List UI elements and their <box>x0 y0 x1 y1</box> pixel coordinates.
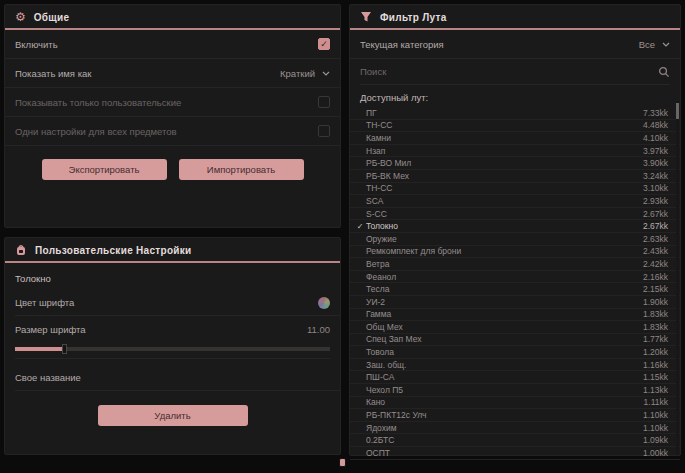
check-icon: ✓ <box>354 259 366 268</box>
show-name-select[interactable]: Краткий <box>280 68 330 79</box>
loot-list-item[interactable]: ✓ S-СС 2.67kk <box>350 208 680 221</box>
loot-item-name: Феанол <box>366 272 643 282</box>
loot-item-value: 3.10kk <box>643 183 668 193</box>
check-icon: ✓ <box>354 184 366 193</box>
backpack-icon <box>15 244 27 256</box>
loot-item-value: 1.00kk <box>643 448 668 458</box>
chevron-down-icon <box>322 71 330 76</box>
color-wheel-icon[interactable] <box>318 297 330 309</box>
loot-list-item[interactable]: ✓ РБ-ПКТ12с Улч 1.10kk <box>350 409 680 422</box>
loot-list-item[interactable]: ✓ ТН-СС 4.48kk <box>350 120 680 133</box>
loot-item-value: 2.43kk <box>643 246 668 256</box>
loot-list-item[interactable]: ✓ 0.2БТС 1.09kk <box>350 434 680 447</box>
loot-list-item[interactable]: ✓ РБ-ВО Мил 3.90kk <box>350 157 680 170</box>
list-scrollbar-thumb[interactable] <box>676 103 679 119</box>
loot-item-value: 1.09kk <box>643 435 668 445</box>
loot-item-name: Гамма <box>366 309 643 319</box>
check-icon: ✓ <box>354 360 366 369</box>
only-custom-label: Показывать только пользовательские <box>15 97 181 108</box>
loot-list-item[interactable]: ✓ Заш. общ. 1.16kk <box>350 359 680 372</box>
loot-list-item[interactable]: ✓ Оружие 2.63kk <box>350 233 680 246</box>
loot-item-value: 1.83kk <box>643 309 668 319</box>
check-icon: ✓ <box>354 159 366 168</box>
check-icon: ✓ <box>354 234 366 243</box>
loot-list-item[interactable]: ✓ SCA 2.93kk <box>350 195 680 208</box>
custom-settings-panel: Пользовательские Настройки Толокно Цвет … <box>4 237 341 455</box>
loot-list-item[interactable]: ✓ Толокно 2.67kk <box>350 220 680 233</box>
font-color-label: Цвет шрифта <box>15 297 74 308</box>
loot-item-name: Нзап <box>366 146 643 156</box>
check-icon: ✓ <box>354 335 366 344</box>
loot-item-name: УИ-2 <box>366 297 643 307</box>
loot-list-item[interactable]: ✓ Спец Зап Мех 1.77kk <box>350 334 680 347</box>
loot-list-item[interactable]: ✓ Ядохим 1.10kk <box>350 422 680 435</box>
slider-thumb[interactable] <box>62 344 67 354</box>
loot-item-value: 1.15kk <box>643 372 668 382</box>
loot-item-name: ТН-СС <box>366 120 643 130</box>
same-for-all-checkbox[interactable] <box>318 125 330 137</box>
loot-list-item[interactable]: ✓ Камни 4.10kk <box>350 132 680 145</box>
general-settings-panel: ⚙ Общие Включить ✓ Показать имя как Крат… <box>4 4 341 228</box>
font-size-slider[interactable] <box>15 347 330 351</box>
category-select[interactable]: Все <box>639 39 670 50</box>
check-icon: ✓ <box>354 373 366 382</box>
loot-item-value: 4.48kk <box>643 120 668 130</box>
custom-name-input[interactable]: Свое название <box>15 372 81 383</box>
loot-list-item[interactable]: ✓ Товола 1.20kk <box>350 346 680 359</box>
loot-item-name: Ядохим <box>366 423 643 433</box>
check-icon: ✓ <box>354 247 366 256</box>
check-icon: ✓ <box>354 398 366 407</box>
check-icon: ✓ <box>354 222 366 231</box>
loot-list-item[interactable]: ✓ ТН-СС 3.10kk <box>350 183 680 196</box>
loot-list-item[interactable]: ✓ Ремкомплект для брони 2.43kk <box>350 246 680 259</box>
check-icon: ✓ <box>354 146 366 155</box>
loot-item-value: 2.42kk <box>643 259 668 269</box>
loot-list-item[interactable]: ✓ Кано 1.11kk <box>350 397 680 410</box>
check-icon: ✓ <box>354 411 366 420</box>
loot-list-item[interactable]: ✓ Гамма 1.83kk <box>350 309 680 322</box>
delete-button[interactable]: Удалить <box>98 405 248 426</box>
check-icon: ✓ <box>354 171 366 180</box>
same-for-all-label: Одни настройки для всех предметов <box>15 126 177 137</box>
search-input[interactable] <box>360 66 610 77</box>
loot-list-item[interactable]: ✓ Феанол 2.16kk <box>350 271 680 284</box>
loot-list-item[interactable]: ✓ УИ-2 1.90kk <box>350 296 680 309</box>
loot-item-name: Общ Мех <box>366 322 643 332</box>
loot-list-item[interactable]: ✓ ПГ 7.33kk <box>350 107 680 120</box>
loot-item-name: Ремкомплект для брони <box>366 246 643 256</box>
search-icon[interactable] <box>658 66 670 78</box>
check-icon: ✓ <box>354 385 366 394</box>
loot-list-item[interactable]: ✓ Общ Мех 1.83kk <box>350 321 680 334</box>
loot-list-item[interactable]: ✓ РБ-ВК Мех 3.24kk <box>350 170 680 183</box>
export-button[interactable]: Экспортировать <box>42 159 167 180</box>
loot-list-item[interactable]: ✓ ОСПТ 1.00kk <box>350 447 680 460</box>
loot-item-value: 3.90kk <box>643 158 668 168</box>
slider-fill <box>15 347 62 351</box>
enable-label: Включить <box>15 39 58 50</box>
custom-name-row: Свое название <box>15 365 340 391</box>
import-button[interactable]: Импортировать <box>179 159 304 180</box>
loot-list-item[interactable]: ✓ Чехол П5 1.13kk <box>350 384 680 397</box>
check-icon: ✓ <box>354 272 366 281</box>
list-scrollbar[interactable] <box>676 101 679 455</box>
loot-list-item[interactable]: ✓ Нзап 3.97kk <box>350 145 680 158</box>
loot-item-value: 7.33kk <box>643 108 668 118</box>
loot-item-name: SCA <box>366 196 643 206</box>
check-icon: ✓ <box>354 348 366 357</box>
loot-item-name: Камни <box>366 133 643 143</box>
only-custom-checkbox[interactable] <box>318 96 330 108</box>
font-color-row: Цвет шрифта <box>15 290 340 316</box>
available-loot-label: Доступный лут: <box>350 85 680 107</box>
loot-item-value: 4.10kk <box>643 133 668 143</box>
loot-list-item[interactable]: ✓ Ветра 2.42kk <box>350 258 680 271</box>
loot-list-item[interactable]: ✓ ПШ-СА 1.15kk <box>350 371 680 384</box>
category-value: Все <box>639 39 655 50</box>
loot-item-name: Спец Зап Мех <box>366 334 643 344</box>
loot-item-name: Чехол П5 <box>366 385 643 395</box>
enable-checkbox[interactable]: ✓ <box>318 38 330 50</box>
loot-list-item[interactable]: ✓ Тесла 2.15kk <box>350 283 680 296</box>
loot-item-value: 3.97kk <box>643 146 668 156</box>
loot-item-name: ПШ-СА <box>366 372 643 382</box>
loot-item-name: РБ-ВО Мил <box>366 158 643 168</box>
funnel-icon <box>360 11 372 23</box>
